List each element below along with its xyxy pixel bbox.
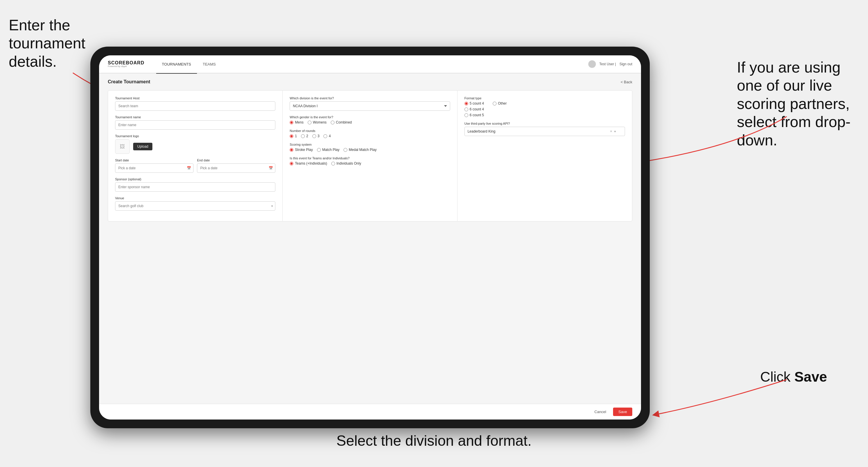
gender-radio-group: Mens Womens Combined xyxy=(290,120,450,124)
sponsor-label: Sponsor (optional) xyxy=(115,178,275,181)
division-select[interactable]: NCAA Division I xyxy=(290,101,450,111)
rounds-label: Number of rounds xyxy=(290,129,450,132)
rounds-2[interactable]: 2 xyxy=(301,134,308,138)
rounds-3[interactable]: 3 xyxy=(312,134,320,138)
live-scoring-clear-icon[interactable]: × xyxy=(610,129,612,133)
tournament-host-input[interactable] xyxy=(115,101,275,111)
logo-upload-area: 🖼 Upload xyxy=(115,139,275,154)
scoring-radio-group: Stroke Play Match Play Medal Match Play xyxy=(290,148,450,152)
page-header: Create Tournament < Back xyxy=(108,79,632,85)
division-label: Which division is the event for? xyxy=(290,96,450,100)
upload-button[interactable]: Upload xyxy=(133,143,152,150)
form-col-1: Tournament Host Tournament name Tourname… xyxy=(108,91,283,221)
back-link[interactable]: < Back xyxy=(621,80,632,84)
start-date-input[interactable] xyxy=(115,163,193,173)
live-scoring-group: Use third-party live scoring API? Leader… xyxy=(464,122,625,136)
division-group: Which division is the event for? NCAA Di… xyxy=(290,96,450,111)
sign-out-link[interactable]: Sign out xyxy=(619,62,632,66)
annotation-top-left-text: Enter the tournament details. xyxy=(9,17,85,70)
annotation-save-bold: Save xyxy=(794,369,827,384)
logo-area: SCOREBOARD Powered by clippit xyxy=(108,61,145,68)
gender-combined[interactable]: Combined xyxy=(331,120,352,124)
tablet-device: SCOREBOARD Powered by clippit TOURNAMENT… xyxy=(90,46,650,428)
calendar-icon-end: 📅 xyxy=(269,166,273,170)
cancel-button[interactable]: Cancel xyxy=(590,408,610,416)
rounds-group: Number of rounds 1 2 3 xyxy=(290,129,450,138)
tournament-name-group: Tournament name xyxy=(115,115,275,130)
venue-label: Venue xyxy=(115,196,275,200)
rounds-4[interactable]: 4 xyxy=(323,134,331,138)
tournament-name-input[interactable] xyxy=(115,120,275,130)
logo-text: SCOREBOARD xyxy=(108,61,145,65)
save-button[interactable]: Save xyxy=(613,408,632,416)
scoring-label: Scoring system xyxy=(290,143,450,146)
logo-preview: 🖼 xyxy=(115,139,130,154)
end-date-label: End date xyxy=(197,158,275,162)
nav-tabs: TOURNAMENTS TEAMS xyxy=(156,55,222,73)
start-date-wrap: 📅 xyxy=(115,163,193,173)
app-header: SCOREBOARD Powered by clippit TOURNAMENT… xyxy=(99,55,641,73)
format-other-col: Other xyxy=(493,101,507,117)
date-row: Start date 📅 End date 📅 xyxy=(115,158,275,173)
scoring-group: Scoring system Stroke Play Match Play Me… xyxy=(290,143,450,152)
rounds-1[interactable]: 1 xyxy=(290,134,297,138)
live-scoring-select[interactable]: Leaderboard King × ▾ xyxy=(464,127,625,136)
venue-input[interactable] xyxy=(115,201,275,211)
end-date-group: End date 📅 xyxy=(197,158,275,173)
gender-womens[interactable]: Womens xyxy=(308,120,327,124)
tournament-host-group: Tournament Host xyxy=(115,96,275,111)
gender-group: Which gender is the event for? Mens Wome… xyxy=(290,115,450,124)
header-left: SCOREBOARD Powered by clippit TOURNAMENT… xyxy=(108,55,222,73)
annotation-click-prefix: Click xyxy=(760,369,794,384)
form-col-2: Which division is the event for? NCAA Di… xyxy=(283,91,457,221)
image-icon: 🖼 xyxy=(120,144,125,150)
teams-plus-individuals[interactable]: Teams (+Individuals) xyxy=(290,161,327,165)
start-date-label: Start date xyxy=(115,158,193,162)
teams-radio-group: Teams (+Individuals) Individuals Only xyxy=(290,161,450,165)
form-col-3: Format type 5 count 4 6 count xyxy=(458,91,632,221)
format-radio-col-left: 5 count 4 6 count 4 6 count 5 xyxy=(464,101,484,117)
annotation-bottom-center-text: Select the division and format. xyxy=(337,433,532,449)
logo-sub: Powered by clippit xyxy=(108,65,145,68)
format-other[interactable]: Other xyxy=(493,101,507,105)
teams-label: Is this event for Teams and/or Individua… xyxy=(290,156,450,160)
teams-group: Is this event for Teams and/or Individua… xyxy=(290,156,450,165)
gender-label: Which gender is the event for? xyxy=(290,115,450,119)
end-date-input[interactable] xyxy=(197,163,275,173)
form-grid: Tournament Host Tournament name Tourname… xyxy=(108,90,632,221)
app-footer: Cancel Save xyxy=(99,404,641,419)
rounds-radio-group: 1 2 3 4 xyxy=(290,134,450,138)
calendar-icon: 📅 xyxy=(187,166,191,170)
tournament-logo-label: Tournament logo xyxy=(115,134,275,138)
format-5count4[interactable]: 5 count 4 xyxy=(464,101,484,105)
sponsor-group: Sponsor (optional) xyxy=(115,178,275,192)
format-type-label: Format type xyxy=(464,96,625,100)
annotation-bottom-right: Click Save xyxy=(760,369,859,385)
tournament-logo-group: Tournament logo 🖼 Upload xyxy=(115,134,275,154)
annotation-bottom-center: Select the division and format. xyxy=(337,432,532,449)
venue-chevron-icon: ▾ xyxy=(271,204,273,208)
user-name: Test User | xyxy=(599,62,616,66)
live-scoring-chevron-icon: ▾ xyxy=(614,130,616,133)
gender-mens[interactable]: Mens xyxy=(290,120,303,124)
scoring-stroke[interactable]: Stroke Play xyxy=(290,148,313,152)
scoring-medal[interactable]: Medal Match Play xyxy=(344,148,376,152)
tournament-name-label: Tournament name xyxy=(115,115,275,119)
app-container: SCOREBOARD Powered by clippit TOURNAMENT… xyxy=(99,55,641,419)
scoring-match[interactable]: Match Play xyxy=(317,148,339,152)
tablet-screen: SCOREBOARD Powered by clippit TOURNAMENT… xyxy=(99,55,641,419)
sponsor-input[interactable] xyxy=(115,182,275,192)
nav-tab-teams[interactable]: TEAMS xyxy=(197,55,222,74)
format-6count4[interactable]: 6 count 4 xyxy=(464,107,484,111)
venue-group: Venue ▾ xyxy=(115,196,275,211)
individuals-only[interactable]: Individuals Only xyxy=(331,161,361,165)
app-content: Create Tournament < Back Tournament Host… xyxy=(99,73,641,404)
format-6count5[interactable]: 6 count 5 xyxy=(464,113,484,117)
annotation-top-right: If you are using one of our live scoring… xyxy=(737,58,859,149)
nav-tab-tournaments[interactable]: TOURNAMENTS xyxy=(156,55,197,74)
format-type-group: Format type 5 count 4 6 count xyxy=(464,96,625,117)
end-date-wrap: 📅 xyxy=(197,163,275,173)
start-date-group: Start date 📅 xyxy=(115,158,193,173)
avatar xyxy=(588,60,596,68)
page-title: Create Tournament xyxy=(108,79,150,85)
